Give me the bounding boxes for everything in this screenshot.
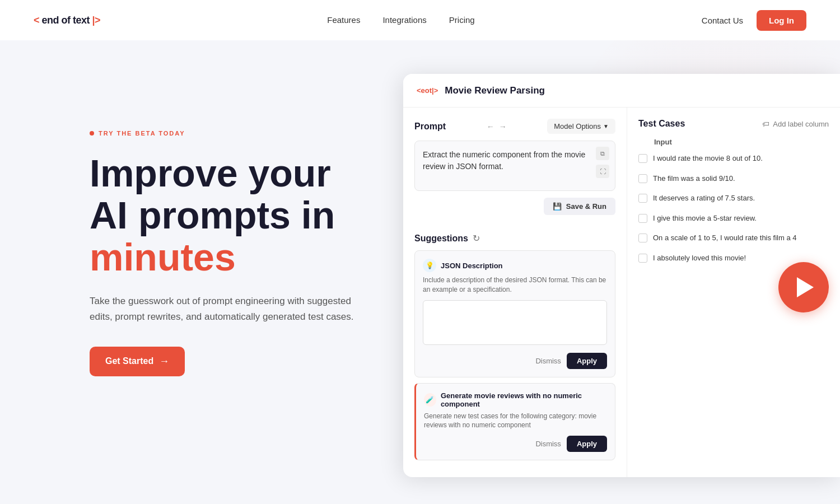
checkbox-1[interactable] [638,154,647,163]
logo: < end of text |> [34,15,100,26]
suggestion-2-icon: 🧪 [424,393,436,407]
logo-bracket-open: < [34,15,39,26]
get-started-button[interactable]: Get Started → [90,347,185,376]
checkbox-4[interactable] [638,214,647,223]
arrow-right-icon[interactable]: → [499,122,507,131]
panel-left-column: Prompt ← → Model Options ▼ Extract the n… [403,108,627,477]
add-label-button[interactable]: 🏷 Add label column [762,120,829,128]
prompt-content: Extract the numeric component from the m… [423,150,585,171]
test-cases-list: I would rate the movie 8 out of 10. The … [638,153,829,263]
suggestion-1-desc: Include a description of the desired JSO… [423,276,607,295]
panel-header: <eot|> Movie Review Parsing [403,74,840,108]
logo-main: end of text [39,15,92,26]
test-case-text-4: I give this movie a 5-star review. [653,213,757,224]
nav-features[interactable]: Features [327,15,360,25]
hero-title-accent: minutes [90,236,426,278]
suggestion-1-dismiss-button[interactable]: Dismiss [535,353,561,369]
add-label-text: Add label column [773,120,829,128]
expand-icon[interactable]: ⛶ [596,165,609,178]
arrow-icon: → [159,356,169,367]
nav-links: Features Integrations Pricing [327,15,474,25]
suggestion-card-2: 🧪 Generate movie reviews with no numeric… [414,383,615,461]
flask-icon: 🧪 [426,396,434,404]
prompt-icons: ⧉ ⛶ [596,147,609,178]
test-case-row-6: I absolutely loved this movie! [638,253,829,264]
hero-left: TRY THE BETA TODAY Improve your AI promp… [90,85,426,376]
nav-integrations[interactable]: Integrations [382,15,426,25]
test-case-text-5: On a scale of 1 to 5, I would rate this … [653,232,797,244]
checkbox-3[interactable] [638,194,647,203]
bulb-icon: 💡 [426,262,434,269]
test-case-row-3: It deserves a rating of 7.5 stars. [638,193,829,204]
chevron-down-icon: ▼ [603,123,609,129]
copy-icon[interactable]: ⧉ [596,147,609,160]
suggestion-1-textarea[interactable] [423,300,607,345]
test-case-text-2: The film was a solid 9/10. [653,173,735,184]
arrow-left-icon[interactable]: ← [487,122,494,131]
prompt-label: Prompt [414,122,446,132]
hero-title: Improve your AI prompts in minutes [90,152,426,278]
hero-subtitle: Take the guesswork out of prompt enginee… [90,293,358,324]
suggestion-1-header: 💡 JSON Description [423,259,607,272]
panel-right-column: Test Cases 🏷 Add label column Input I wo… [627,108,840,477]
beta-text: TRY THE BETA TODAY [99,130,185,137]
panel-logo: <eot|> [417,86,438,95]
prompt-nav: ← → [487,122,507,131]
prompt-section-header: Prompt ← → Model Options ▼ [414,119,615,134]
hero-title-line2: AI prompts in [90,194,335,236]
suggestion-card-1: 💡 JSON Description Include a description… [414,250,615,377]
model-options-label: Model Options [554,122,601,130]
tag-icon: 🏷 [762,120,769,128]
prompt-box: Extract the numeric component from the m… [414,141,615,191]
save-run-button[interactable]: 💾 Save & Run [544,198,615,215]
test-case-text-3: It deserves a rating of 7.5 stars. [653,193,755,204]
hero-title-line1: Improve your [90,152,331,194]
save-icon: 💾 [553,202,562,211]
test-cases-label: Test Cases [638,119,685,129]
suggestion-2-actions: Dismiss Apply [424,436,607,452]
suggestion-2-title: Generate movie reviews with no numeric c… [441,391,607,408]
test-case-row-2: The film was a solid 9/10. [638,173,829,184]
suggestion-1-icon: 💡 [423,259,436,272]
nav-right: Contact Us Log In [702,10,806,31]
test-case-row-4: I give this movie a 5-star review. [638,213,829,224]
suggestion-2-desc: Generate new test cases for the followin… [424,412,607,431]
checkbox-2[interactable] [638,174,647,183]
logo-bracket-close: |> [92,15,101,26]
checkbox-5[interactable] [638,234,647,242]
panel-container: <eot|> Movie Review Parsing Prompt ← → M… [403,74,840,477]
hero-panel: <eot|> Movie Review Parsing Prompt ← → M… [403,74,840,477]
play-button[interactable] [778,262,829,312]
test-case-text-6: I absolutely loved this movie! [653,253,746,264]
hero-section: TRY THE BETA TODAY Improve your AI promp… [0,40,840,504]
nav-pricing[interactable]: Pricing [449,15,475,25]
get-started-label: Get Started [105,356,153,366]
navbar: < end of text |> Features Integrations P… [0,0,840,40]
suggestion-1-title: JSON Description [441,262,503,270]
test-cases-header: Test Cases 🏷 Add label column [638,119,829,129]
beta-badge: TRY THE BETA TODAY [90,130,426,137]
login-button[interactable]: Log In [757,10,806,31]
save-run-label: Save & Run [566,202,606,211]
suggestions-header: Suggestions ↻ [414,233,615,244]
test-case-text-1: I would rate the movie 8 out of 10. [653,153,763,164]
play-triangle-icon [797,277,814,297]
contact-link[interactable]: Contact Us [702,16,743,25]
beta-dot [90,131,94,136]
suggestion-1-actions: Dismiss Apply [423,353,607,369]
refresh-icon[interactable]: ↻ [473,233,480,244]
input-column-header: Input [638,138,829,146]
checkbox-6[interactable] [638,254,647,263]
suggestion-1-apply-button[interactable]: Apply [567,353,607,369]
suggestion-2-dismiss-button[interactable]: Dismiss [535,436,561,452]
suggestions-label: Suggestions [414,234,468,244]
suggestion-2-apply-button[interactable]: Apply [567,436,607,452]
suggestion-2-header: 🧪 Generate movie reviews with no numeric… [424,391,607,408]
test-case-row-1: I would rate the movie 8 out of 10. [638,153,829,164]
test-case-row-5: On a scale of 1 to 5, I would rate this … [638,232,829,244]
logo-text: < end of text |> [34,15,100,26]
panel-title: Movie Review Parsing [445,85,545,96]
model-options-button[interactable]: Model Options ▼ [547,119,615,134]
